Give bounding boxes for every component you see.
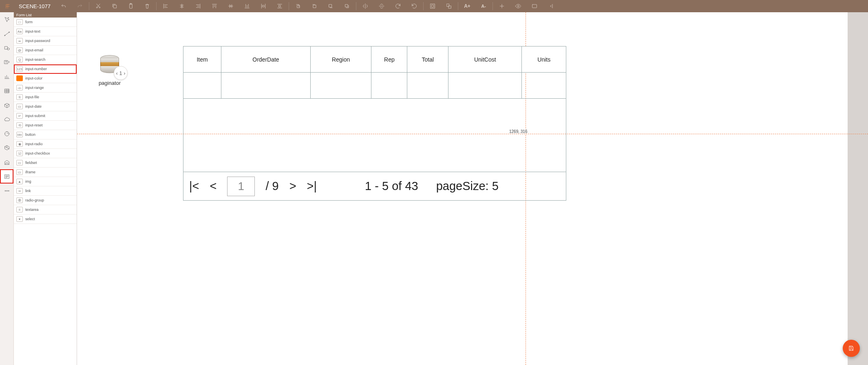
button-icon: btn <box>16 132 23 137</box>
align-center-h-button[interactable] <box>174 0 190 12</box>
rotate-cw-button[interactable] <box>390 0 406 12</box>
align-top-button[interactable] <box>206 0 223 12</box>
fullscreen-button[interactable] <box>526 0 543 12</box>
form-list-item-img[interactable]: ▲img <box>14 177 77 186</box>
rail-line-tool[interactable] <box>0 27 13 41</box>
redo-button[interactable] <box>72 0 88 12</box>
form-list-item-label: input-email <box>25 48 43 52</box>
panel-title: Form List <box>14 12 77 18</box>
cell-total <box>407 73 448 99</box>
rail-text-tool[interactable] <box>0 55 13 69</box>
distribute-v-button[interactable] <box>272 0 288 12</box>
svg-point-25 <box>8 190 9 191</box>
input-radio-icon: ◉ <box>16 141 23 147</box>
paste-button[interactable] <box>123 0 139 12</box>
table-blank-area <box>183 99 566 172</box>
pager-first-button[interactable]: |< <box>189 179 199 193</box>
delete-button[interactable] <box>139 0 155 12</box>
svg-rect-5 <box>297 5 300 8</box>
form-list-item-input-search[interactable]: Qinput-search <box>14 55 77 64</box>
form-list-item-radio-group[interactable]: ⦿radio-group <box>14 196 77 205</box>
font-increase-button[interactable]: A+ <box>459 0 475 12</box>
toggle-visibility-button[interactable] <box>510 0 526 12</box>
form-icon: □ <box>16 19 23 25</box>
svg-rect-14 <box>532 4 537 8</box>
form-list-item-textarea[interactable]: ≡textarea <box>14 205 77 215</box>
data-table[interactable]: ItemOrderDateRegionRepTotalUnitCostUnits… <box>183 46 566 201</box>
font-decrease-button[interactable]: A- <box>475 0 492 12</box>
cell-rep <box>371 73 407 99</box>
form-list-item-label: input-checkbox <box>25 151 50 155</box>
rail-gauge-tool[interactable] <box>0 126 13 141</box>
pager-last-button[interactable]: >| <box>307 179 317 193</box>
rail-container-tool[interactable] <box>0 98 13 112</box>
rail-cloud-tool[interactable] <box>0 112 13 126</box>
collapse-right-button[interactable] <box>543 0 559 12</box>
form-list-item-label: radio-group <box>25 198 44 202</box>
design-canvas[interactable]: 1269, 316 <box>77 12 868 365</box>
paginator-datasource[interactable]: ‹ 1 › paginator <box>93 53 126 86</box>
rotate-ccw-button[interactable] <box>406 0 422 12</box>
align-bottom-button[interactable] <box>239 0 255 12</box>
send-backward-button[interactable] <box>322 0 339 12</box>
undo-button[interactable] <box>55 0 72 12</box>
group-button[interactable] <box>424 0 441 12</box>
form-list-item-input-range[interactable]: -o-input-range <box>14 83 77 93</box>
form-list-item-input-radio[interactable]: ◉input-radio <box>14 139 77 149</box>
rail-form-tool[interactable] <box>0 169 13 184</box>
column-header-region: Region <box>310 46 371 73</box>
align-left-button[interactable] <box>157 0 174 12</box>
rail-warehouse-tool[interactable] <box>0 155 13 169</box>
rail-chart-tool[interactable] <box>0 69 13 84</box>
fit-button[interactable] <box>494 0 510 12</box>
pager-page-input[interactable] <box>227 177 255 196</box>
link-icon: ∞ <box>16 188 23 194</box>
app-logo-icon <box>2 0 14 12</box>
rail-more-tool[interactable] <box>0 184 13 198</box>
form-list-item-label: input-password <box>25 39 50 43</box>
send-back-button[interactable] <box>339 0 355 12</box>
rail-table-tool[interactable] <box>0 84 13 98</box>
distribute-h-button[interactable] <box>255 0 272 12</box>
cell-unitcost <box>448 73 522 99</box>
form-list-item-label: link <box>25 189 31 193</box>
column-header-item: Item <box>183 46 221 73</box>
form-list-item-input-reset[interactable]: ⟲input-reset <box>14 121 77 130</box>
form-list-item-fieldset[interactable]: ▭fieldset <box>14 158 77 168</box>
form-list-item-input-color[interactable]: input-color <box>14 74 77 83</box>
pager-next-button[interactable]: > <box>289 179 296 193</box>
rail-select-tool[interactable] <box>0 12 13 27</box>
pager-prev-button[interactable]: < <box>210 179 216 193</box>
rail-3d-tool[interactable] <box>0 141 13 155</box>
copy-button[interactable] <box>106 0 123 12</box>
form-list-item-iframe[interactable]: ▭iframe <box>14 168 77 177</box>
form-list-item-input-text[interactable]: Aainput-text <box>14 27 77 36</box>
save-button[interactable] <box>843 340 860 357</box>
bring-front-button[interactable] <box>290 0 306 12</box>
ungroup-button[interactable] <box>441 0 457 12</box>
rail-shape-tool[interactable] <box>0 41 13 55</box>
form-list-item-input-password[interactable]: ••input-password <box>14 36 77 46</box>
main-area: Form List □formAainput-text••input-passw… <box>0 12 868 365</box>
form-list-item-input-date[interactable]: ▭input-date <box>14 102 77 111</box>
bring-forward-button[interactable] <box>306 0 322 12</box>
flip-h-button[interactable] <box>357 0 373 12</box>
form-list-item-link[interactable]: ∞link <box>14 186 77 196</box>
flip-v-button[interactable] <box>373 0 390 12</box>
form-list-item-input-email[interactable]: @input-email <box>14 46 77 55</box>
column-header-units: Units <box>522 46 566 73</box>
form-list-item-input-file[interactable]: ⎘input-file <box>14 93 77 102</box>
form-list-item-label: fieldset <box>25 161 37 165</box>
form-list-item-input-submit[interactable]: ↵input-submit <box>14 111 77 121</box>
form-list-item-label: input-search <box>25 58 46 62</box>
align-right-button[interactable] <box>190 0 206 12</box>
form-list-item-button[interactable]: btnbutton <box>14 130 77 139</box>
form-list-item-label: textarea <box>25 208 39 212</box>
form-list-item-form[interactable]: □form <box>14 18 77 27</box>
cut-button[interactable] <box>90 0 106 12</box>
form-list-item-select[interactable]: ▾select <box>14 215 77 224</box>
form-list-item-input-checkbox[interactable]: ☑input-checkbox <box>14 149 77 158</box>
align-middle-v-button[interactable] <box>223 0 239 12</box>
column-header-rep: Rep <box>371 46 407 73</box>
form-list-item-input-number[interactable]: 123input-number <box>14 64 77 74</box>
